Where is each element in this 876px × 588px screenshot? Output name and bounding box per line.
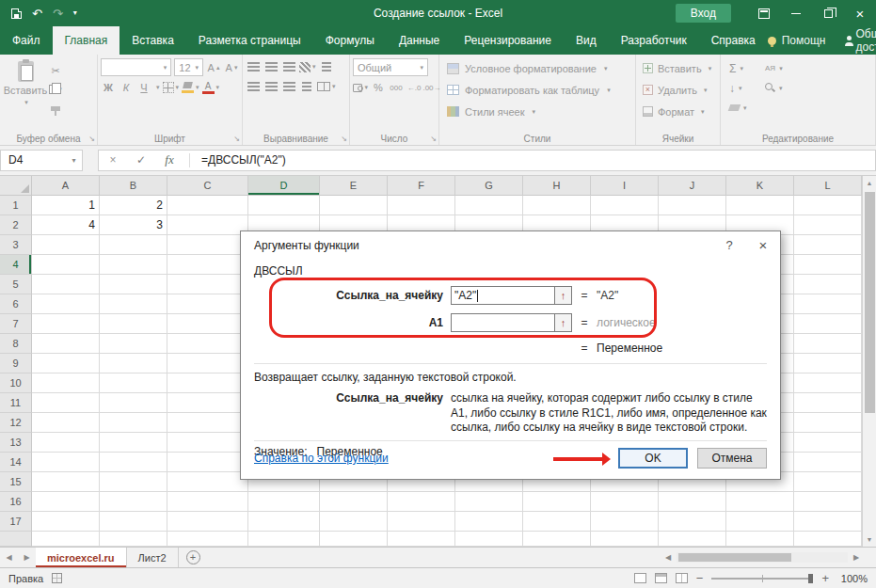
row-header-16[interactable]: 16 [0,492,32,512]
macro-record-icon[interactable] [52,573,62,583]
cell-L8[interactable] [794,334,862,354]
horizontal-scroll-thumb[interactable] [678,553,791,562]
view-normal-button[interactable] [634,573,646,583]
column-header-B[interactable]: B [100,176,167,196]
cell-A9[interactable] [32,354,100,373]
cell-I1[interactable] [591,196,659,215]
cell-A6[interactable] [32,294,100,314]
sign-in-button[interactable]: Вход [676,4,731,23]
row-header-15[interactable]: 15 [0,472,32,492]
cell-Gpartial[interactable] [455,532,523,547]
decrease-font-button[interactable]: А▾ [224,59,239,76]
row-header-10[interactable]: 10 [0,373,32,393]
cell-Kpartial[interactable] [726,532,794,547]
cell-C16[interactable] [167,492,248,512]
tab-insert[interactable]: Вставка [119,26,186,55]
decrease-indent-button[interactable] [299,78,314,95]
function-help-link[interactable]: Справка по этой функции [254,452,389,465]
cell-B11[interactable] [100,393,167,413]
paste-button[interactable]: Вставить ▾ [3,58,48,131]
row-header-1[interactable]: 1 [0,196,32,215]
format-cells-button[interactable]: Формат▾ [639,102,717,121]
cell-B10[interactable] [100,373,167,393]
tab-developer[interactable]: Разработчик [609,26,699,55]
row-header-7[interactable]: 7 [0,314,32,334]
cell-B1[interactable]: 2 [100,196,167,215]
row-header-partial[interactable] [0,532,32,547]
cell-A12[interactable] [32,413,100,433]
cell-L1[interactable] [794,196,862,215]
name-box[interactable]: D4 ▾ [0,150,83,171]
cell-C13[interactable] [167,433,248,453]
scroll-down-icon[interactable]: ▼ [863,532,876,547]
view-page-break-button[interactable] [676,573,688,583]
cell-J16[interactable] [659,492,726,512]
align-bottom-button[interactable] [281,58,296,75]
bold-button[interactable]: Ж [101,79,116,96]
row-header-9[interactable]: 9 [0,354,32,373]
cell-E17[interactable] [320,512,388,532]
row-header-2[interactable]: 2 [0,215,32,235]
cell-L15[interactable] [794,472,862,492]
font-dialog-launcher[interactable]: ↘ [233,135,240,143]
thousands-format-button[interactable]: 000 [389,79,404,96]
ribbon-display-options-button[interactable] [748,0,780,26]
cell-F16[interactable] [388,492,455,512]
arg2-input[interactable] [451,313,555,332]
cell-L4[interactable] [794,255,862,275]
cell-J1[interactable] [659,196,726,215]
cell-L10[interactable] [794,373,862,393]
undo-button[interactable]: ↶ [32,8,42,20]
column-header-I[interactable]: I [591,176,659,196]
alignment-dialog-launcher[interactable]: ↘ [341,135,347,143]
fill-button[interactable]: ↓▾ [729,78,765,98]
sheet-nav-right[interactable]: ▶ [18,548,36,567]
cell-L5[interactable] [794,275,862,294]
cell-B12[interactable] [100,413,167,433]
row-header-11[interactable]: 11 [0,393,32,413]
align-left-button[interactable] [246,78,261,95]
new-sheet-button[interactable]: + [186,550,200,564]
cell-D16[interactable] [248,492,320,512]
underline-dropdown-icon[interactable]: ▾ [156,84,160,91]
number-dialog-launcher[interactable]: ↘ [430,135,437,143]
column-header-E[interactable]: E [320,176,388,196]
scroll-up-icon[interactable]: ▲ [863,176,876,190]
cell-L3[interactable] [794,235,862,255]
tab-data[interactable]: Данные [387,26,452,55]
cell-A11[interactable] [32,393,100,413]
cell-C6[interactable] [167,294,248,314]
confirm-entry-button[interactable]: ✓ [127,153,155,167]
insert-function-button[interactable]: fx [155,152,183,167]
cell-D17[interactable] [248,512,320,532]
align-right-button[interactable] [281,78,296,95]
cell-A14[interactable] [32,453,100,472]
zoom-slider-thumb[interactable] [808,574,813,583]
cell-Jpartial[interactable] [659,532,726,547]
row-header-5[interactable]: 5 [0,275,32,294]
cell-K16[interactable] [726,492,794,512]
sheet-tab-microexcel[interactable]: microexcel.ru [36,548,127,567]
zoom-slider[interactable] [711,578,813,580]
zoom-level[interactable]: 100% [837,573,868,584]
zoom-in-button[interactable]: + [821,571,829,585]
share-button[interactable]: Общий доступ [844,27,876,54]
cell-Ipartial[interactable] [591,532,659,547]
cell-E16[interactable] [320,492,388,512]
cell-C4[interactable] [167,255,248,275]
cell-B8[interactable] [100,334,167,354]
cell-A8[interactable] [32,334,100,354]
cell-B2[interactable]: 3 [100,215,167,235]
format-as-table-button[interactable]: Форматировать как таблицу▾ [442,80,632,100]
column-header-D[interactable]: D [248,176,320,196]
cell-A13[interactable] [32,433,100,453]
cell-K1[interactable] [726,196,794,215]
tab-help[interactable]: Справка [699,26,768,55]
cell-B16[interactable] [100,492,167,512]
vertical-scrollbar[interactable]: ▲ ▼ [862,176,876,547]
arg1-collapse-button[interactable]: ↑ [555,286,572,305]
cell-A4[interactable] [32,255,100,275]
customize-qat-button[interactable]: ▾ [73,9,77,17]
dialog-title-bar[interactable]: Аргументы функции ? × [241,231,780,259]
cell-A5[interactable] [32,275,100,294]
